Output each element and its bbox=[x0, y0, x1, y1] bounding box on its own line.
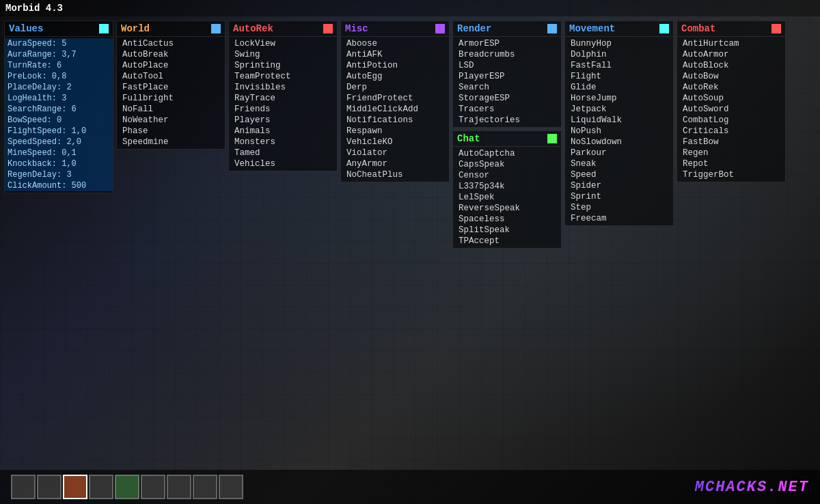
panel-item[interactable]: Invisibles bbox=[229, 82, 337, 93]
panel-item[interactable]: BowSpeed: 0 bbox=[5, 115, 113, 126]
panel-item[interactable]: LockView bbox=[229, 38, 337, 49]
panel-item[interactable]: Freecam bbox=[565, 213, 673, 224]
panel-item[interactable]: Glide bbox=[565, 82, 673, 93]
panel-item[interactable]: Phase bbox=[117, 126, 225, 137]
panel-toggle-movement[interactable] bbox=[659, 24, 669, 33]
panel-item[interactable]: AutoSoup bbox=[677, 93, 785, 104]
panel-toggle-misc[interactable] bbox=[435, 24, 445, 33]
panel-item[interactable]: LSD bbox=[453, 60, 561, 71]
panel-item[interactable]: Swing bbox=[229, 49, 337, 60]
panel-item[interactable]: AutoArmor bbox=[677, 49, 785, 60]
panel-item[interactable]: AutoSword bbox=[677, 104, 785, 115]
panel-item[interactable]: Breadcrumbs bbox=[453, 49, 561, 60]
panel-item[interactable]: Spaceless bbox=[453, 214, 561, 225]
panel-item[interactable]: Derp bbox=[341, 82, 449, 93]
panel-toggle-world[interactable] bbox=[211, 24, 221, 33]
panel-item[interactable]: Sprinting bbox=[229, 60, 337, 71]
panel-item[interactable]: AntiAFK bbox=[341, 49, 449, 60]
panel-item[interactable]: Parkour bbox=[565, 148, 673, 158]
panel-item[interactable]: L3375p34k bbox=[453, 181, 561, 192]
panel-item[interactable]: AutoTool bbox=[117, 71, 225, 82]
hotbar-slot[interactable] bbox=[141, 475, 165, 499]
panel-item[interactable]: AutoEgg bbox=[341, 71, 449, 82]
panel-item[interactable]: PlayerESP bbox=[453, 71, 561, 82]
panel-item[interactable]: AutoBlock bbox=[677, 60, 785, 71]
panel-toggle-render[interactable] bbox=[547, 24, 557, 33]
hotbar-slot[interactable] bbox=[115, 475, 139, 499]
panel-item[interactable]: NoWeather bbox=[117, 115, 225, 126]
panel-item[interactable]: FastFall bbox=[565, 60, 673, 71]
hotbar-slot[interactable] bbox=[167, 475, 191, 499]
panel-item[interactable]: NoFall bbox=[117, 104, 225, 115]
panel-item[interactable]: FastPlace bbox=[117, 82, 225, 93]
panel-item[interactable]: PlaceDelay: 2 bbox=[5, 82, 113, 93]
panel-item[interactable]: Violator bbox=[341, 148, 449, 158]
panel-item[interactable]: ClickAmount: 500 bbox=[5, 180, 113, 191]
panel-item[interactable]: ReverseSpeak bbox=[453, 203, 561, 214]
panel-item[interactable]: VehicleKO bbox=[341, 137, 449, 148]
panel-item[interactable]: TurnRate: 6 bbox=[5, 60, 113, 71]
panel-item[interactable]: Tamed bbox=[229, 148, 337, 158]
hotbar-slot[interactable] bbox=[219, 475, 243, 499]
panel-item[interactable]: RayTrace bbox=[229, 93, 337, 104]
panel-item[interactable]: TeamProtect bbox=[229, 71, 337, 82]
panel-item[interactable]: TriggerBot bbox=[677, 169, 785, 180]
panel-item[interactable]: Search bbox=[453, 82, 561, 93]
panel-item[interactable]: PreLook: 0,8 bbox=[5, 71, 113, 82]
panel-item[interactable]: Flight bbox=[565, 71, 673, 82]
panel-item[interactable]: Notifications bbox=[341, 115, 449, 126]
panel-item[interactable]: HorseJump bbox=[565, 93, 673, 104]
panel-item[interactable]: AntiPotion bbox=[341, 60, 449, 71]
panel-item[interactable]: AntiHurtcam bbox=[677, 38, 785, 49]
panel-item[interactable]: Speedmine bbox=[117, 137, 225, 148]
panel-item[interactable]: SpeedSpeed: 2,0 bbox=[5, 137, 113, 148]
panel-item[interactable]: Sneak bbox=[565, 158, 673, 169]
panel-item[interactable]: LelSpek bbox=[453, 192, 561, 203]
panel-toggle-values[interactable] bbox=[99, 24, 109, 33]
panel-item[interactable]: Friends bbox=[229, 104, 337, 115]
panel-item[interactable]: AutoBow bbox=[677, 71, 785, 82]
panel-item[interactable]: ArmorESP bbox=[453, 38, 561, 49]
panel-item[interactable]: AnyArmor bbox=[341, 158, 449, 169]
panel-item[interactable]: FlightSpeed: 1,0 bbox=[5, 126, 113, 137]
panel-item[interactable]: Monsters bbox=[229, 137, 337, 148]
hotbar-slot-active[interactable] bbox=[63, 475, 87, 499]
panel-item[interactable]: NoCheatPlus bbox=[341, 169, 449, 180]
panel-toggle-autorek[interactable] bbox=[323, 24, 333, 33]
panel-item[interactable]: AutoBreak bbox=[117, 49, 225, 60]
panel-item[interactable]: Tracers bbox=[453, 104, 561, 115]
panel-item[interactable]: NoPush bbox=[565, 126, 673, 137]
panel-item[interactable]: LiquidWalk bbox=[565, 115, 673, 126]
panel-item[interactable]: Criticals bbox=[677, 126, 785, 137]
hotbar-slot[interactable] bbox=[11, 475, 36, 499]
panel-item[interactable]: Dolphin bbox=[565, 49, 673, 60]
panel-item[interactable]: FriendProtect bbox=[341, 93, 449, 104]
panel-item[interactable]: AutoPlace bbox=[117, 60, 225, 71]
panel-toggle-chat[interactable] bbox=[547, 134, 557, 143]
panel-item[interactable]: RegenDelay: 3 bbox=[5, 169, 113, 180]
panel-item[interactable]: StorageESP bbox=[453, 93, 561, 104]
panel-item[interactable]: TPAccept bbox=[453, 236, 561, 247]
panel-item[interactable]: Aboose bbox=[341, 38, 449, 49]
panel-item[interactable]: AutoCaptcha bbox=[453, 148, 561, 159]
panel-item[interactable]: Speed bbox=[565, 169, 673, 180]
panel-item[interactable]: MineSpeed: 0,1 bbox=[5, 148, 113, 158]
panel-item[interactable]: FastBow bbox=[677, 137, 785, 148]
panel-item[interactable]: Spider bbox=[565, 180, 673, 191]
panel-item[interactable]: CapsSpeak bbox=[453, 159, 561, 170]
panel-item[interactable]: AutoRek bbox=[677, 82, 785, 93]
panel-item[interactable]: BunnyHop bbox=[565, 38, 673, 49]
panel-item[interactable]: LogHealth: 3 bbox=[5, 93, 113, 104]
panel-item[interactable]: Vehicles bbox=[229, 158, 337, 169]
panel-item[interactable]: Repot bbox=[677, 158, 785, 169]
panel-item[interactable]: SearchRange: 6 bbox=[5, 104, 113, 115]
panel-item[interactable]: AuraRange: 3,7 bbox=[5, 49, 113, 60]
hotbar-slot[interactable] bbox=[193, 475, 217, 499]
panel-item[interactable]: MiddleClickAdd bbox=[341, 104, 449, 115]
hotbar-slot[interactable] bbox=[37, 475, 62, 499]
panel-item[interactable]: Step bbox=[565, 202, 673, 213]
panel-item[interactable]: Knockback: 1,0 bbox=[5, 158, 113, 169]
panel-item[interactable]: Respawn bbox=[341, 126, 449, 137]
panel-item[interactable]: Jetpack bbox=[565, 104, 673, 115]
panel-item[interactable]: Regen bbox=[677, 148, 785, 158]
